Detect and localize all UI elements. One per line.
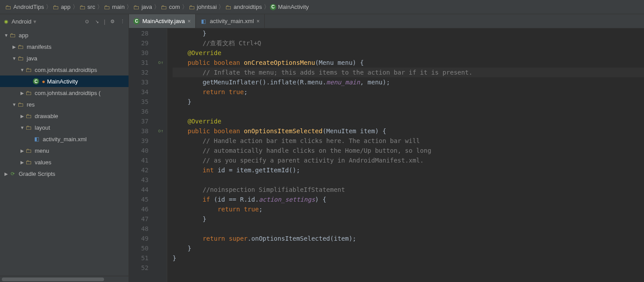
expand-arrow-icon[interactable]: ▶ [20,160,25,165]
breadcrumb-item[interactable]: MainActivity [268,4,310,10]
breadcrumb-item[interactable]: androidtips [223,4,264,11]
gutter-mark[interactable] [155,97,167,107]
code-line[interactable]: // Handle action bar item clicks here. T… [173,136,644,146]
editor-tab[interactable]: MainActivity.java× [129,14,196,28]
scrollbar-thumb[interactable] [2,278,104,281]
tree-item[interactable]: ▶manifests [0,41,129,52]
code-line[interactable]: public boolean onOptionsItemSelected(Men… [173,126,644,136]
code-line[interactable]: // automatically handle clicks on the Ho… [173,146,644,155]
code-editor[interactable]: 2829303132333435363738394041424344454647… [129,28,644,282]
gutter-mark[interactable] [155,116,167,126]
breadcrumb-item[interactable]: AndroidTips [3,4,46,11]
gutter-mark[interactable] [155,48,167,58]
gutter-mark[interactable] [155,38,167,48]
gutter-mark[interactable] [155,107,167,116]
code-line[interactable]: public boolean onCreateOptionsMenu(Menu … [173,58,644,68]
breadcrumb-item[interactable]: main [101,4,126,11]
code-line[interactable]: return true; [173,204,644,214]
tree-item[interactable]: ●MainActivity [0,75,129,87]
gutter-mark[interactable] [155,87,167,97]
gutter-mark[interactable] [155,243,167,253]
code-line[interactable] [173,175,644,185]
tree-item[interactable]: ▼com.johntsai.androidtips [0,64,129,75]
code-line[interactable] [173,107,644,116]
gutter-mark[interactable] [155,146,167,155]
gutter-mark[interactable] [155,224,167,234]
code-line[interactable]: if (id == R.id.action_settings) { [173,195,644,204]
code-line[interactable]: } [173,243,644,253]
tree-item[interactable]: ▼res [0,99,129,110]
class-icon [33,78,39,84]
gutter-mark[interactable] [155,185,167,195]
tree-item[interactable]: ▶drawable [0,110,129,122]
code-line[interactable]: getMenuInflater().inflate(R.menu.menu_ma… [173,77,644,87]
tree-item[interactable]: ▶com.johntsai.androidtips ( [0,87,129,99]
expand-arrow-icon[interactable]: ▼ [12,102,17,107]
expand-arrow-icon[interactable]: ▶ [20,91,25,95]
tree-item[interactable]: activity_main.xml [0,133,129,145]
editor-tab[interactable]: activity_main.xml× [196,14,265,28]
gutter-mark[interactable] [155,195,167,204]
expand-arrow-icon[interactable]: ▶ [4,171,9,176]
locate-file-icon[interactable] [84,18,91,25]
expand-arrow-icon[interactable]: ▼ [20,68,25,72]
folder-icon [160,4,167,11]
code-line[interactable]: @Override [173,116,644,126]
gutter-mark[interactable] [155,214,167,224]
code-line[interactable]: // Inflate the menu; this adds items to … [173,68,644,77]
expand-arrow-icon[interactable]: ▶ [20,148,25,153]
code-line[interactable]: // as you specify a parent activity in A… [173,155,644,165]
code-line[interactable]: @Override [173,48,644,58]
breadcrumb-item[interactable]: src [77,4,97,11]
expand-arrow-icon[interactable]: ▼ [12,56,17,61]
gutter-mark[interactable] [155,136,167,146]
code-line[interactable]: } [173,253,644,263]
gutter-mark[interactable] [155,175,167,185]
expand-arrow-icon[interactable]: ▶ [20,114,25,119]
code-line[interactable]: return true; [173,87,644,97]
settings-icon[interactable] [109,18,116,25]
gutter-mark[interactable] [155,28,167,38]
gutter-mark[interactable]: o↑ [155,58,167,68]
expand-arrow-icon[interactable]: ▼ [4,33,9,38]
close-icon[interactable]: × [188,18,191,24]
gutter-mark[interactable] [155,234,167,243]
tree-item[interactable]: ▶menu [0,145,129,156]
code-line[interactable]: } [173,97,644,107]
code-line[interactable]: int id = item.getItemId(); [173,165,644,175]
code-line[interactable]: } [173,28,644,38]
gutter-mark[interactable] [155,263,167,273]
breadcrumb-item[interactable]: johntsai [186,4,219,11]
gutter-mark[interactable]: o↑ [155,126,167,136]
code-line[interactable] [173,263,644,273]
code-line[interactable]: //查看文档 Ctrl+Q [173,38,644,48]
tree-item[interactable]: ▼app [0,29,129,41]
tree-item[interactable]: ▼layout [0,122,129,133]
gutter-mark[interactable] [155,204,167,214]
line-number: 30 [129,48,149,58]
close-icon[interactable]: × [257,18,260,24]
gutter-mark[interactable] [155,155,167,165]
gutter-marks: o↑o↑ [155,28,167,282]
code-line[interactable]: //noinspection SimplifiableIfStatement [173,185,644,195]
expand-arrow-icon[interactable]: ▶ [12,44,17,49]
tree-item[interactable]: ▶Gradle Scripts [0,168,129,179]
code-line[interactable]: } [173,214,644,224]
tree-item[interactable]: ▶values [0,156,129,168]
breadcrumb-item[interactable]: java [131,4,154,11]
collapse-all-icon[interactable] [93,18,101,25]
gutter-mark[interactable] [155,253,167,263]
sidebar-scrollbar[interactable] [0,276,129,282]
gutter-mark[interactable] [155,68,167,77]
expand-arrow-icon[interactable]: ▼ [20,125,25,130]
gutter-mark[interactable] [155,165,167,175]
code-line[interactable]: return super.onOptionsItemSelected(item)… [173,234,644,243]
hide-icon[interactable] [119,18,126,25]
code-line[interactable] [173,224,644,234]
breadcrumb-item[interactable]: app [50,4,72,11]
gutter-mark[interactable] [155,77,167,87]
breadcrumb-item[interactable]: com [158,4,182,11]
code-content[interactable]: } //查看文档 Ctrl+Q @Override public boolean… [167,28,644,282]
tree-item[interactable]: ▼java [0,52,129,64]
project-view-selector[interactable]: Android ▾ [3,18,84,25]
